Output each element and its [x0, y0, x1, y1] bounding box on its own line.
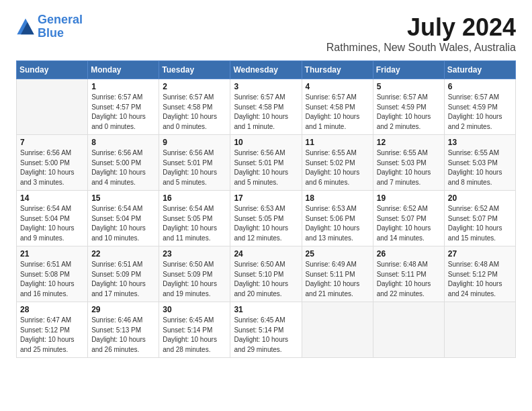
sunrise-text: Sunrise: 6:57 AM: [163, 93, 214, 101]
day-number: 7: [20, 138, 84, 147]
calendar-header: Sunday Monday Tuesday Wednesday Thursday…: [17, 61, 516, 79]
logo-text: General Blue: [38, 13, 83, 40]
daylight-text-line1: Daylight: 10 hours: [306, 224, 360, 232]
daylight-text-line2: and 26 minutes.: [91, 346, 139, 353]
day-number: 2: [163, 82, 226, 91]
calendar-cell: 8Sunrise: 6:56 AMSunset: 5:00 PMDaylight…: [88, 135, 159, 191]
location-subtitle: Rathmines, New South Wales, Australia: [326, 42, 516, 54]
calendar-cell: 22Sunrise: 6:51 AMSunset: 5:09 PMDayligh…: [88, 246, 159, 302]
day-number: 12: [377, 138, 441, 147]
sunrise-text: Sunrise: 6:57 AM: [377, 93, 428, 101]
daylight-text-line1: Daylight: 10 hours: [20, 336, 75, 343]
sunrise-text: Sunrise: 6:55 AM: [448, 149, 499, 156]
daylight-text-line1: Daylight: 10 hours: [91, 169, 146, 176]
calendar-cell: 7Sunrise: 6:56 AMSunset: 5:00 PMDaylight…: [17, 135, 88, 191]
daylight-text-line1: Daylight: 10 hours: [377, 224, 431, 232]
sunset-text: Sunset: 5:14 PM: [234, 326, 283, 334]
calendar-cell: [302, 302, 373, 358]
day-info: Sunrise: 6:57 AMSunset: 4:58 PMDaylight:…: [306, 93, 369, 132]
day-info: Sunrise: 6:46 AMSunset: 5:13 PMDaylight:…: [91, 316, 155, 355]
day-info: Sunrise: 6:53 AMSunset: 5:06 PMDaylight:…: [306, 204, 369, 243]
day-info: Sunrise: 6:57 AMSunset: 4:58 PMDaylight:…: [163, 93, 226, 132]
daylight-text-line2: and 24 minutes.: [448, 290, 496, 298]
calendar-cell: 2Sunrise: 6:57 AMSunset: 4:58 PMDaylight…: [159, 79, 230, 135]
calendar-week-3: 21Sunrise: 6:51 AMSunset: 5:08 PMDayligh…: [17, 246, 516, 302]
day-info: Sunrise: 6:55 AMSunset: 5:03 PMDaylight:…: [377, 148, 441, 187]
sunrise-text: Sunrise: 6:57 AM: [306, 93, 357, 101]
sunset-text: Sunset: 5:03 PM: [448, 159, 498, 167]
sunrise-text: Sunrise: 6:56 AM: [163, 149, 214, 156]
daylight-text-line2: and 17 minutes.: [91, 290, 139, 298]
daylight-text-line2: and 14 minutes.: [377, 234, 425, 242]
daylight-text-line2: and 6 minutes.: [306, 179, 350, 186]
sunrise-text: Sunrise: 6:55 AM: [306, 149, 357, 156]
calendar-cell: 14Sunrise: 6:54 AMSunset: 5:04 PMDayligh…: [17, 191, 88, 246]
day-info: Sunrise: 6:51 AMSunset: 5:08 PMDaylight:…: [20, 260, 84, 299]
day-info: Sunrise: 6:50 AMSunset: 5:09 PMDaylight:…: [163, 260, 226, 299]
daylight-text-line2: and 0 minutes.: [91, 123, 136, 130]
day-number: 20: [448, 193, 512, 203]
day-number: 24: [234, 249, 298, 259]
calendar-cell: [373, 302, 444, 358]
sunset-text: Sunset: 5:04 PM: [20, 215, 70, 222]
sunset-text: Sunset: 5:09 PM: [91, 271, 141, 278]
calendar-cell: 19Sunrise: 6:52 AMSunset: 5:07 PMDayligh…: [373, 191, 444, 246]
day-info: Sunrise: 6:45 AMSunset: 5:14 PMDaylight:…: [234, 316, 298, 355]
daylight-text-line2: and 0 minutes.: [163, 123, 207, 130]
daylight-text-line2: and 4 minutes.: [91, 179, 136, 186]
sunset-text: Sunset: 5:01 PM: [163, 159, 212, 167]
day-number: 10: [234, 138, 298, 147]
daylight-text-line2: and 12 minutes.: [234, 234, 281, 242]
sunset-text: Sunset: 5:05 PM: [234, 215, 283, 222]
sunset-text: Sunset: 5:06 PM: [306, 215, 355, 222]
daylight-text-line1: Daylight: 10 hours: [163, 113, 217, 120]
sunset-text: Sunset: 5:03 PM: [377, 159, 427, 167]
logo-line2: Blue: [38, 26, 64, 40]
sunrise-text: Sunrise: 6:54 AM: [163, 205, 214, 212]
calendar-cell: 26Sunrise: 6:48 AMSunset: 5:11 PMDayligh…: [373, 246, 444, 302]
day-info: Sunrise: 6:55 AMSunset: 5:02 PMDaylight:…: [306, 148, 369, 187]
calendar-cell: 3Sunrise: 6:57 AMSunset: 4:58 PMDaylight…: [230, 79, 302, 135]
daylight-text-line2: and 16 minutes.: [20, 290, 68, 298]
day-info: Sunrise: 6:57 AMSunset: 4:59 PMDaylight:…: [377, 93, 441, 132]
day-info: Sunrise: 6:57 AMSunset: 4:58 PMDaylight:…: [234, 93, 298, 132]
sunrise-text: Sunrise: 6:56 AM: [20, 149, 71, 156]
month-title: July 2024: [326, 13, 516, 42]
sunset-text: Sunset: 5:00 PM: [20, 159, 70, 167]
sunrise-text: Sunrise: 6:55 AM: [377, 149, 428, 156]
sunset-text: Sunset: 5:13 PM: [91, 326, 141, 334]
sunset-text: Sunset: 5:01 PM: [234, 159, 283, 167]
day-info: Sunrise: 6:56 AMSunset: 5:01 PMDaylight:…: [163, 148, 226, 187]
header-row: Sunday Monday Tuesday Wednesday Thursday…: [17, 61, 516, 79]
calendar-week-0: 1Sunrise: 6:57 AMSunset: 4:57 PMDaylight…: [17, 79, 516, 135]
calendar-cell: 16Sunrise: 6:54 AMSunset: 5:05 PMDayligh…: [159, 191, 230, 246]
day-number: 11: [306, 138, 369, 147]
day-number: 25: [306, 249, 369, 259]
day-info: Sunrise: 6:56 AMSunset: 5:00 PMDaylight:…: [91, 148, 155, 187]
daylight-text-line1: Daylight: 10 hours: [234, 169, 288, 176]
calendar-cell: 27Sunrise: 6:48 AMSunset: 5:12 PMDayligh…: [444, 246, 515, 302]
daylight-text-line1: Daylight: 10 hours: [306, 169, 360, 176]
daylight-text-line1: Daylight: 10 hours: [91, 224, 146, 232]
daylight-text-line1: Daylight: 10 hours: [377, 113, 431, 120]
day-number: 26: [377, 249, 441, 259]
sunset-text: Sunset: 5:11 PM: [306, 271, 355, 278]
daylight-text-line2: and 8 minutes.: [448, 179, 492, 186]
day-number: 28: [20, 305, 84, 314]
daylight-text-line2: and 28 minutes.: [163, 346, 210, 353]
day-number: 1: [91, 82, 155, 91]
daylight-text-line1: Daylight: 10 hours: [20, 224, 75, 232]
day-info: Sunrise: 6:57 AMSunset: 4:57 PMDaylight:…: [91, 93, 155, 132]
sunset-text: Sunset: 5:04 PM: [91, 215, 141, 222]
daylight-text-line1: Daylight: 10 hours: [448, 224, 502, 232]
calendar-cell: 28Sunrise: 6:47 AMSunset: 5:12 PMDayligh…: [17, 302, 88, 358]
sunrise-text: Sunrise: 6:50 AM: [234, 261, 285, 268]
daylight-text-line1: Daylight: 10 hours: [20, 169, 75, 176]
calendar-body: 1Sunrise: 6:57 AMSunset: 4:57 PMDaylight…: [17, 79, 516, 358]
calendar-cell: 15Sunrise: 6:54 AMSunset: 5:04 PMDayligh…: [88, 191, 159, 246]
sunrise-text: Sunrise: 6:51 AM: [20, 261, 71, 268]
calendar-cell: 25Sunrise: 6:49 AMSunset: 5:11 PMDayligh…: [302, 246, 373, 302]
day-number: 5: [377, 82, 441, 91]
day-number: 9: [163, 138, 226, 147]
header-friday: Friday: [373, 61, 444, 79]
